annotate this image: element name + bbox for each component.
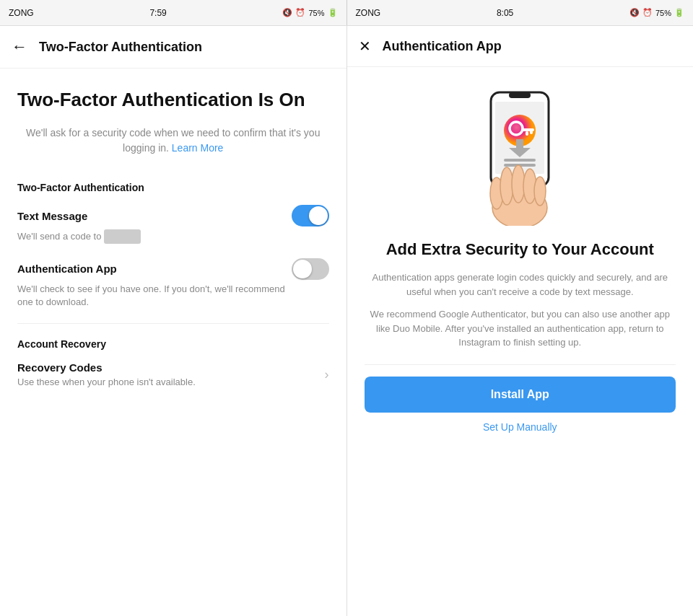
alarm-icon: ⏰ [295,8,305,17]
auth-app-toggle-knob [293,260,312,278]
section-title: Two-Factor Authentication [17,182,329,193]
auth-app-desc: We'll check to see if you have one. If y… [17,283,329,309]
chevron-right-icon: › [325,367,329,382]
setup-manually-button[interactable]: Set Up Manually [483,421,557,433]
text-message-option: Text Message We'll send a code to [17,205,329,244]
main-content: ← Two-Factor Authentication Two-Factor A… [0,26,693,616]
install-app-button[interactable]: Install App [365,377,676,413]
security-desc1: Authentication apps generate login codes… [365,270,676,299]
status-bar: ZONG 7:59 🔇 ⏰ 75% 🔋 ZONG 8:05 🔇 ⏰ 75% 🔋 [0,0,693,26]
recovery-row[interactable]: Recovery Codes Use these when your phone… [17,361,329,387]
blurred-phone-number [104,229,141,244]
right-body: Add Extra Security to Your Account Authe… [347,67,694,616]
svg-rect-9 [516,139,523,150]
mute-icon: 🔇 [282,8,292,17]
back-button[interactable]: ← [12,38,27,56]
toggle-knob [309,206,328,225]
right-header-title: Authentication App [383,39,502,54]
svg-point-17 [534,177,546,206]
left-status-icons: 🔇 ⏰ 75% 🔋 [282,8,337,17]
status-bar-left: ZONG 7:59 🔇 ⏰ 75% 🔋 [0,0,346,25]
svg-point-15 [512,165,525,203]
recovery-info: Recovery Codes Use these when your phone… [17,361,196,387]
svg-rect-10 [504,159,536,162]
text-message-desc: We'll send a code to [17,229,329,244]
security-desc2: We recommend Google Authenticator, but y… [365,307,676,350]
left-header: ← Two-Factor Authentication [0,26,346,69]
left-time: 7:59 [149,8,166,18]
left-body: Two-Factor Authentication Is On We'll as… [0,69,346,616]
auth-app-label: Authentication App [17,263,117,275]
recovery-section-title: Account Recovery [17,338,329,350]
right-panel: ✕ Authentication App [347,26,694,616]
divider [17,323,329,324]
left-battery-text: 75% [308,9,324,17]
learn-more-link[interactable]: Learn More [172,142,224,154]
text-message-option-header: Text Message [17,205,329,226]
svg-rect-7 [526,131,528,136]
left-header-title: Two-Factor Authentication [39,40,202,55]
close-button[interactable]: ✕ [359,38,371,55]
text-message-toggle[interactable] [292,205,329,226]
auth-app-option-header: Authentication App [17,258,329,280]
right-status-icons: 🔇 ⏰ 75% 🔋 [629,8,684,17]
status-bar-right: ZONG 8:05 🔇 ⏰ 75% 🔋 [346,0,694,25]
phone-illustration [455,82,585,226]
left-panel: ← Two-Factor Authentication Two-Factor A… [0,26,347,616]
auth-app-toggle[interactable] [292,258,329,280]
recovery-desc: Use these when your phone isn't availabl… [17,377,196,387]
svg-rect-6 [530,128,533,134]
security-title: Add Extra Security to Your Account [386,240,654,259]
right-battery-text: 75% [655,9,671,17]
left-carrier: ZONG [9,8,34,18]
tfa-description: We'll ask for a security code when we ne… [17,126,329,156]
text-message-label: Text Message [17,210,87,222]
recovery-label: Recovery Codes [17,361,196,374]
svg-rect-2 [509,92,531,98]
right-mute-icon: 🔇 [629,8,640,17]
right-carrier: ZONG [356,8,381,18]
svg-point-14 [500,167,513,205]
battery-icon: 🔋 [328,8,338,17]
right-alarm-icon: ⏰ [642,8,653,17]
right-battery-icon: 🔋 [674,8,684,17]
right-divider [365,364,676,365]
tfa-main-title: Two-Factor Authentication Is On [17,89,329,111]
right-header: ✕ Authentication App [347,26,694,67]
auth-app-option: Authentication App We'll check to see if… [17,258,329,309]
right-time: 8:05 [497,8,513,18]
